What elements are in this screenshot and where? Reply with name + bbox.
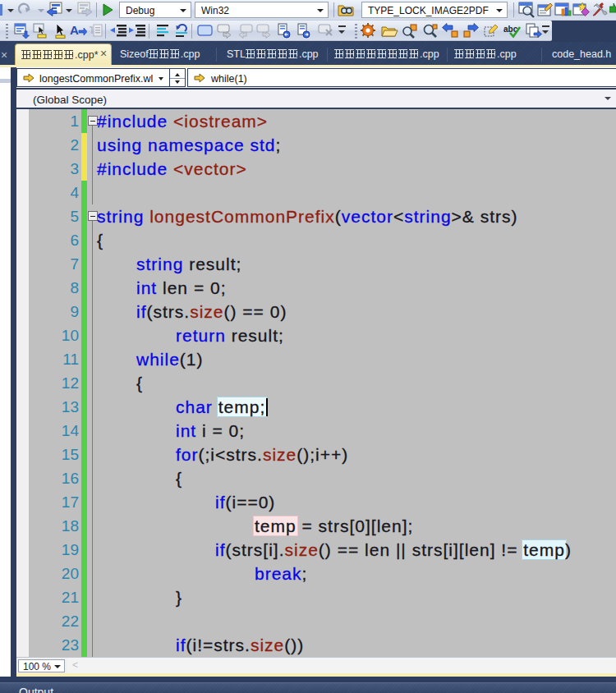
svg-text:A: A (70, 23, 79, 37)
